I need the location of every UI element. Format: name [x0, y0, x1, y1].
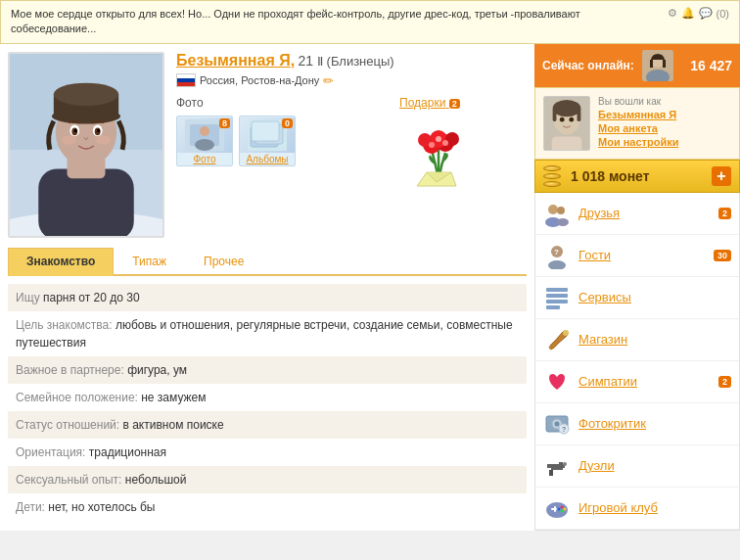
- nav-item-gameclub[interactable]: Игровой клуб: [535, 488, 739, 530]
- tab-znakoms[interactable]: Знакомство: [8, 248, 114, 276]
- my-settings-link[interactable]: Мои настройки: [598, 136, 678, 148]
- detail-row-6: Сексуальный опыт: небольшой: [8, 466, 527, 493]
- nav-label-services[interactable]: Сервисы: [578, 290, 731, 304]
- nav-label-guests[interactable]: Гости: [578, 248, 706, 262]
- detail-value-0: парня от 20 до 30: [43, 291, 140, 304]
- user-links: Вы вошли как Безымянная Я Моя анкета Мои…: [598, 96, 678, 151]
- tab-prochee[interactable]: Прочее: [185, 248, 262, 274]
- online-block: Сейчас онлайн: 16 427: [534, 44, 740, 87]
- user-name-link[interactable]: Безымянная Я: [598, 109, 678, 120]
- svg-rect-68: [551, 508, 557, 510]
- svg-point-61: [555, 421, 560, 426]
- album-count-badge: 0: [282, 118, 293, 128]
- svg-rect-57: [546, 305, 560, 309]
- nav-label-gameclub[interactable]: Игровой клуб: [578, 500, 731, 515]
- gifts-link[interactable]: Подарки 2: [399, 96, 460, 110]
- nav-item-services[interactable]: Сервисы: [535, 277, 739, 319]
- nav-item-likes[interactable]: Симпатии 2: [535, 361, 739, 403]
- photo-thumbs: 8 Фото: [176, 116, 390, 166]
- nav-label-likes[interactable]: Симпатии: [578, 374, 711, 389]
- gifts-block: Подарки 2: [399, 96, 527, 189]
- detail-label-1: Цель знакомства:: [16, 318, 116, 332]
- add-coins-button[interactable]: +: [712, 166, 731, 186]
- media-row: Фото: [176, 96, 527, 189]
- detail-row-2: Важное в партнере: фигура, ум: [8, 356, 527, 384]
- nav-item-photocritic[interactable]: ? Фотокритик: [535, 403, 739, 445]
- my-anketa-link[interactable]: Моя анкета: [598, 122, 678, 134]
- svg-point-65: [563, 462, 567, 466]
- nav-label-shop[interactable]: Магазин: [578, 332, 731, 347]
- profile-tabs: Знакомство Типаж Прочее: [8, 248, 527, 276]
- nav-item-guests[interactable]: ? Гости 30: [535, 235, 739, 277]
- detail-value-4: в активном поиске: [122, 418, 223, 432]
- svg-point-17: [96, 135, 112, 145]
- nav-label-friends[interactable]: Друзья: [578, 206, 711, 220]
- detail-value-2: фигура, ум: [127, 363, 187, 377]
- edit-location-icon[interactable]: ✏: [323, 73, 334, 88]
- svg-rect-55: [546, 294, 568, 298]
- svg-point-9: [52, 109, 120, 124]
- svg-rect-64: [549, 470, 553, 476]
- detail-row-4: Статус отношений: в активном поиске: [8, 411, 527, 439]
- top-bar: Мое мое сердце открыто для всех! Но... О…: [0, 0, 740, 44]
- sidebar: Сейчас онлайн: 16 427: [534, 44, 740, 531]
- zodiac-symbol: Ⅱ (Близнецы): [317, 54, 394, 69]
- svg-point-50: [557, 218, 569, 226]
- people-icon: [543, 200, 571, 227]
- albums-label[interactable]: Альбомы: [246, 153, 288, 165]
- info-icon[interactable]: 🔔: [681, 7, 695, 20]
- russia-flag-icon: [176, 73, 196, 87]
- coins-block: 1 018 монет +: [534, 160, 740, 193]
- svg-point-45: [569, 117, 574, 122]
- photos-block: Фото: [176, 96, 390, 189]
- profile-name[interactable]: Безымянная Я,: [176, 52, 295, 69]
- tab-tipazh[interactable]: Типаж: [114, 248, 185, 274]
- nav-label-duels[interactable]: Дуэли: [578, 458, 731, 473]
- detail-row-0: Ищу парня от 20 до 30: [8, 284, 527, 311]
- svg-point-41: [553, 100, 581, 117]
- main-layout: Безымянная Я, 21 Ⅱ (Близнецы) Россия, Ро…: [0, 44, 740, 531]
- you-logged-as-label: Вы вошли как: [598, 96, 678, 107]
- message-icon[interactable]: 💬: [699, 7, 713, 20]
- svg-point-52: [548, 260, 566, 269]
- svg-rect-43: [578, 108, 581, 120]
- nav-item-duels[interactable]: Дуэли: [535, 445, 739, 488]
- user-info-block: Вы вошли как Безымянная Я Моя анкета Мои…: [534, 87, 740, 160]
- nav-badge-friends: 2: [718, 208, 731, 219]
- detail-label-7: Дети:: [16, 500, 48, 514]
- online-avatar: [642, 50, 673, 81]
- svg-rect-46: [552, 136, 582, 151]
- sidebar-nav: Друзья 2 ? Гости 30: [534, 193, 740, 531]
- svg-point-32: [442, 140, 448, 146]
- detail-value-6: небольшой: [125, 473, 187, 487]
- online-label: Сейчас онлайн:: [542, 59, 634, 72]
- detail-label-6: Сексуальный опыт:: [16, 473, 125, 487]
- duel-icon: [543, 452, 571, 480]
- svg-point-44: [560, 117, 565, 122]
- svg-point-48: [557, 207, 565, 214]
- nav-item-shop[interactable]: Магазин: [535, 319, 739, 361]
- nav-item-friends[interactable]: Друзья 2: [535, 193, 739, 235]
- photo-thumb-albums[interactable]: 0 Альбомы: [239, 116, 296, 166]
- profile-main-photo[interactable]: [8, 52, 164, 238]
- coin-1: [543, 165, 561, 171]
- top-bar-icons: ⚙ 🔔 💬 (0): [668, 7, 729, 20]
- detail-label-4: Статус отношений:: [16, 418, 122, 432]
- user-sidebar-avatar[interactable]: [543, 96, 590, 151]
- coins-amount: 1 018 монет: [571, 168, 706, 184]
- svg-point-33: [436, 136, 441, 142]
- profile-location: Россия, Ростов-на-Дону ✏: [176, 73, 527, 88]
- svg-point-16: [62, 135, 77, 145]
- settings-icon[interactable]: ⚙: [668, 7, 677, 20]
- photo-critic-icon: ?: [543, 410, 571, 438]
- svg-point-14: [74, 128, 77, 132]
- nav-label-photocritic[interactable]: Фотокритик: [578, 416, 731, 431]
- profile-info: Безымянная Я, 21 Ⅱ (Близнецы) Россия, Ро…: [176, 52, 527, 238]
- detail-value-5: традиционная: [89, 445, 166, 459]
- svg-rect-25: [252, 121, 279, 141]
- photo-thumb-1[interactable]: 8 Фото: [176, 116, 233, 166]
- detail-row-5: Ориентация: традиционная: [8, 439, 527, 466]
- photo-label[interactable]: Фото: [194, 153, 216, 165]
- gift-flower[interactable]: [399, 116, 478, 189]
- coin-3: [543, 181, 561, 187]
